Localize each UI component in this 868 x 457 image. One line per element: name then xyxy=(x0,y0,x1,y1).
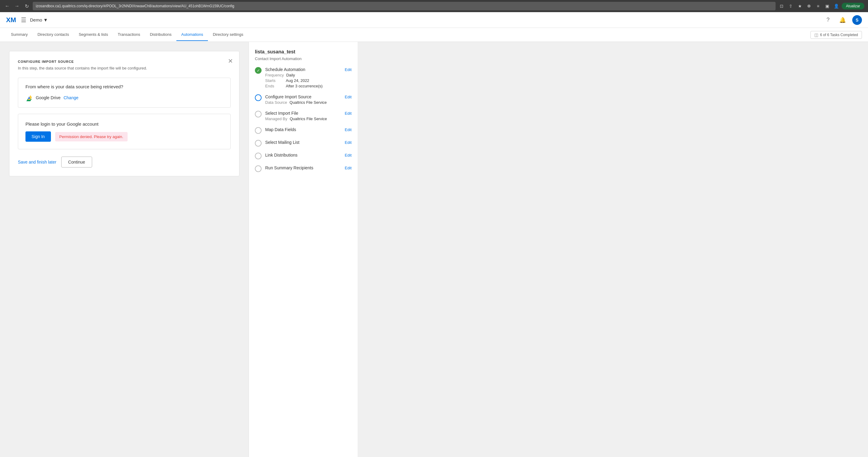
continue-button[interactable]: Continue xyxy=(61,156,92,168)
datasource-value: Qualtrics File Service xyxy=(289,100,327,105)
sidebar-item-content-select: Select Import File Edit Managed By Qualt… xyxy=(265,111,351,121)
tab-summary[interactable]: Summary xyxy=(6,29,33,41)
form-card: CONFIGURE IMPORT SOURCE In this step, th… xyxy=(9,51,240,176)
profile-icon[interactable]: 👤 xyxy=(833,2,840,10)
sidebar-item-schedule-automation: ✓ Schedule Automation Edit Frequency Dai… xyxy=(255,67,351,88)
edit-select-import-button[interactable]: Edit xyxy=(345,111,351,116)
refresh-button[interactable]: ↻ xyxy=(23,2,30,10)
edit-mailing-list-button[interactable]: Edit xyxy=(345,140,351,145)
chevron-down-icon: ▼ xyxy=(43,17,48,23)
schedule-label: Schedule Automation xyxy=(265,67,305,72)
google-drive-icon xyxy=(26,94,33,102)
url-text: izosandbox.ca1.qualtrics.com/iq-director… xyxy=(36,4,234,8)
star-icon[interactable]: ★ xyxy=(796,2,803,10)
tab-directory-contacts[interactable]: Directory contacts xyxy=(33,29,74,41)
sidebar-item-name-select: Select Import File Edit xyxy=(265,111,351,116)
sidebar-item-content-map: Map Data Fields Edit xyxy=(265,127,351,132)
sidebar-item-content-import: Configure Import Source Edit Data Source… xyxy=(265,94,351,105)
url-bar: izosandbox.ca1.qualtrics.com/iq-director… xyxy=(33,2,776,10)
tab-directory-settings[interactable]: Directory settings xyxy=(208,29,248,41)
sidebar-item-select-import: Select Import File Edit Managed By Qualt… xyxy=(255,111,351,121)
tab-automations[interactable]: Automations xyxy=(176,29,208,41)
import-datasource-row: Data Source Qualtrics File Service xyxy=(265,100,351,105)
schedule-ends-row: Ends After 3 occurrence(s) xyxy=(265,84,351,88)
managed-label: Managed By xyxy=(265,116,287,121)
edit-map-fields-button[interactable]: Edit xyxy=(345,127,351,132)
form-panel: CONFIGURE IMPORT SOURCE In this step, th… xyxy=(0,42,249,457)
sidebar-item-content-mailing: Select Mailing List Edit xyxy=(265,140,351,145)
empty-circle-map-fields xyxy=(255,127,261,134)
data-source-question: From where is your data source being ret… xyxy=(26,84,223,89)
sidebar-item-map-fields: Map Data Fields Edit xyxy=(255,127,351,134)
sidebar-panel: lista_susana_test Contact Import Automat… xyxy=(249,42,358,457)
puzzle-icon[interactable]: ☸ xyxy=(805,2,812,10)
sign-in-button[interactable]: Sign In xyxy=(26,132,51,142)
edit-run-summary-button[interactable]: Edit xyxy=(345,166,351,170)
xm-logo: XM xyxy=(6,16,16,24)
datasource-label: Data Source xyxy=(265,100,287,105)
atualizar-button[interactable]: Atualizar xyxy=(842,3,864,9)
sidebar-item-run-summary: Run Summary Recipients Edit xyxy=(255,165,351,172)
tab-distributions[interactable]: Distributions xyxy=(145,29,176,41)
tasks-badge-text: 6 of 6 Tasks Completed xyxy=(820,33,858,37)
back-button[interactable]: ← xyxy=(4,2,11,10)
sidebar-account-name: lista_susana_test xyxy=(255,49,351,55)
map-fields-label: Map Data Fields xyxy=(265,127,296,132)
form-actions: Save and finish later Continue xyxy=(18,156,230,168)
sidebar-section-title: Contact Import Automation xyxy=(255,56,351,61)
frequency-label: Frequency xyxy=(265,73,284,77)
sidebar-item-configure-import: Configure Import Source Edit Data Source… xyxy=(255,94,351,105)
run-summary-label: Run Summary Recipients xyxy=(265,165,313,170)
tab-segments-lists[interactable]: Segments & lists xyxy=(74,29,113,41)
data-source-box: From where is your data source being ret… xyxy=(18,78,230,108)
login-title: Please login to your Google account xyxy=(26,121,223,126)
sidebar-item-name-run-summary: Run Summary Recipients Edit xyxy=(265,165,351,170)
empty-circle-select-import xyxy=(255,111,261,117)
screenshot-icon[interactable]: ⊡ xyxy=(778,2,785,10)
help-icon[interactable]: ? xyxy=(823,15,833,25)
user-avatar[interactable]: S xyxy=(852,15,862,25)
forward-button[interactable]: → xyxy=(13,2,21,10)
share-icon[interactable]: ⇧ xyxy=(787,2,794,10)
menu-icon[interactable]: ≡ xyxy=(814,2,822,10)
tasks-badge[interactable]: ◫ 6 of 6 Tasks Completed xyxy=(810,31,862,39)
managed-value: Qualtrics File Service xyxy=(290,116,327,121)
nav-tabs: Summary Directory contacts Segments & li… xyxy=(0,28,868,42)
org-name: Demo xyxy=(30,17,42,23)
edit-link-dist-button[interactable]: Edit xyxy=(345,153,351,158)
save-later-button[interactable]: Save and finish later xyxy=(18,160,56,165)
notifications-icon[interactable]: 🔔 xyxy=(838,15,847,25)
empty-circle-link-dist xyxy=(255,153,261,159)
browser-bar: ← → ↻ izosandbox.ca1.qualtrics.com/iq-di… xyxy=(0,0,868,12)
ends-label: Ends xyxy=(265,84,283,88)
close-button[interactable]: ✕ xyxy=(228,57,233,65)
org-selector[interactable]: Demo ▼ xyxy=(30,17,48,23)
login-row: Sign In Permission denied. Please try ag… xyxy=(26,132,223,142)
empty-circle-mailing-list xyxy=(255,140,261,147)
change-button[interactable]: Change xyxy=(64,95,79,100)
link-dist-label: Link Distributions xyxy=(265,153,298,158)
form-title: CONFIGURE IMPORT SOURCE xyxy=(18,60,230,63)
edit-import-button[interactable]: Edit xyxy=(345,95,351,99)
edit-schedule-button[interactable]: Edit xyxy=(345,67,351,72)
hamburger-button[interactable]: ☰ xyxy=(21,17,26,24)
main-content: CONFIGURE IMPORT SOURCE In this step, th… xyxy=(0,42,868,457)
select-import-label: Select Import File xyxy=(265,111,298,116)
header-right: ? 🔔 S xyxy=(823,15,862,25)
sidebar-item-link-distributions: Link Distributions Edit xyxy=(255,153,351,159)
error-message: Permission denied. Please try again. xyxy=(55,132,128,141)
sidebar-item-content-schedule: Schedule Automation Edit Frequency Daily… xyxy=(265,67,351,88)
mailing-list-label: Select Mailing List xyxy=(265,140,300,145)
form-subtitle: In this step, the data source that conta… xyxy=(18,66,230,70)
sidebar-item-name-map: Map Data Fields Edit xyxy=(265,127,351,132)
sidebar-item-name-mailing: Select Mailing List Edit xyxy=(265,140,351,145)
frequency-value: Daily xyxy=(286,73,295,77)
sidebar-item-name-link-dist: Link Distributions Edit xyxy=(265,153,351,158)
import-label: Configure Import Source xyxy=(265,94,312,99)
select-managed-row: Managed By Qualtrics File Service xyxy=(265,116,351,121)
starts-value: Aug 24, 2022 xyxy=(286,78,309,83)
schedule-starts-row: Starts Aug 24, 2022 xyxy=(265,78,351,83)
tab-transactions[interactable]: Transactions xyxy=(113,29,145,41)
window-icon[interactable]: ▣ xyxy=(824,2,831,10)
ends-value: After 3 occurrence(s) xyxy=(286,84,322,88)
